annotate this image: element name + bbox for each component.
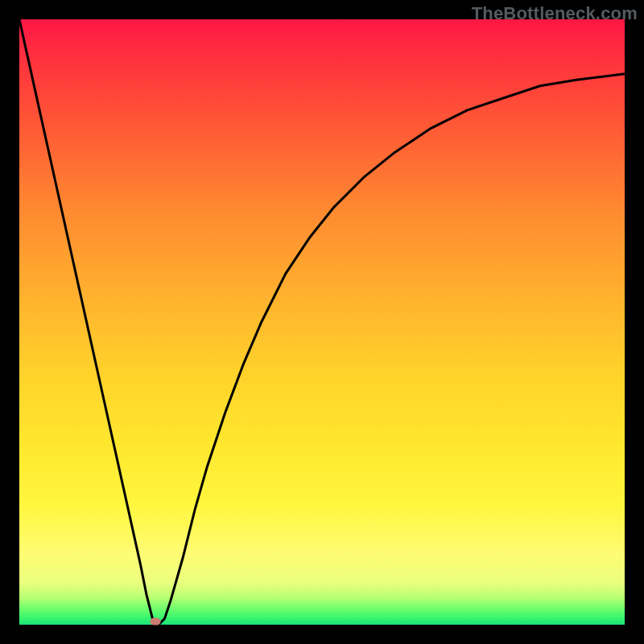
plot-area — [19, 19, 625, 625]
chart-container: TheBottleneck.com — [0, 0, 644, 644]
optimum-marker — [151, 618, 161, 625]
curve-path — [19, 19, 625, 625]
bottleneck-curve — [19, 19, 625, 625]
watermark-text: TheBottleneck.com — [472, 3, 638, 24]
